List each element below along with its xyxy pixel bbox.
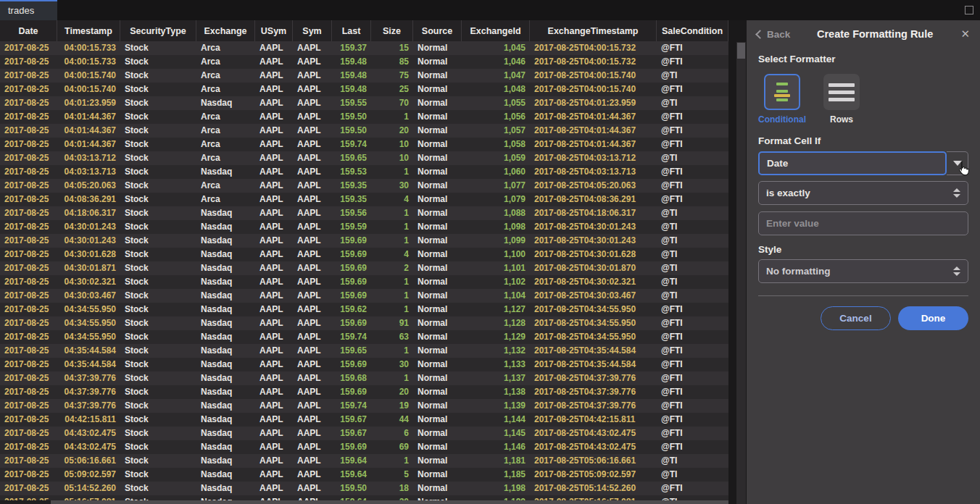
cell-Sym[interactable]: AAPL	[293, 330, 332, 344]
table-row[interactable]: 2017-08-2504:35:44.584StockNasdaqAAPLAAP…	[0, 358, 728, 371]
cell-ExchangeTimestamp[interactable]: 2017-08-25T04:18:06.317	[530, 206, 657, 220]
cell-USym[interactable]: AAPL	[255, 41, 293, 55]
cell-Timestamp[interactable]: 04:30:03.467	[57, 289, 120, 303]
cell-Size[interactable]: 30	[371, 358, 413, 371]
column-header-Exchange[interactable]: Exchange	[196, 20, 255, 41]
cell-Date[interactable]: 2017-08-25	[0, 385, 57, 399]
cell-SecurityType[interactable]: Stock	[120, 344, 196, 358]
cell-Timestamp[interactable]: 04:42:15.811	[57, 413, 120, 427]
cell-SecurityType[interactable]: Stock	[120, 303, 196, 316]
cell-SaleCondition[interactable]: @TI	[657, 289, 728, 303]
cell-Exchange[interactable]: Nasdaq	[196, 275, 255, 289]
cell-SecurityType[interactable]: Stock	[120, 206, 196, 220]
cell-USym[interactable]: AAPL	[255, 261, 293, 275]
cell-SaleCondition[interactable]: @FTI	[657, 358, 728, 371]
condition-select[interactable]: is exactly	[758, 181, 968, 205]
cell-Sym[interactable]: AAPL	[293, 55, 332, 69]
cell-SaleCondition[interactable]: @FTI	[657, 371, 728, 385]
cell-Size[interactable]: 18	[371, 482, 413, 495]
cell-ExchangeTimestamp[interactable]: 2017-08-25T05:09:02.597	[530, 468, 657, 482]
column-header-SecurityType[interactable]: SecurityType	[120, 20, 196, 41]
cell-Date[interactable]: 2017-08-25	[0, 55, 57, 69]
cell-Source[interactable]: Normal	[413, 385, 462, 399]
column-header-ExchangeTimestamp[interactable]: ExchangeTimestamp	[530, 20, 657, 41]
cell-USym[interactable]: AAPL	[255, 385, 293, 399]
table-row[interactable]: 2017-08-2504:34:55.950StockNasdaqAAPLAAP…	[0, 330, 728, 344]
cell-Date[interactable]: 2017-08-25	[0, 69, 57, 83]
cell-Last[interactable]: 159.37	[332, 41, 371, 55]
table-row[interactable]: 2017-08-2504:43:02.475StockNasdaqAAPLAAP…	[0, 427, 728, 440]
back-button[interactable]: Back	[757, 29, 790, 40]
table-row[interactable]: 2017-08-2504:42:15.811StockNasdaqAAPLAAP…	[0, 413, 728, 427]
cell-SecurityType[interactable]: Stock	[120, 110, 196, 124]
cell-Last[interactable]: 159.74	[332, 138, 371, 151]
cell-Source[interactable]: Normal	[413, 55, 462, 69]
cell-SecurityType[interactable]: Stock	[120, 440, 196, 454]
cell-Timestamp[interactable]: 04:00:15.733	[57, 41, 120, 55]
cell-SecurityType[interactable]: Stock	[120, 330, 196, 344]
cell-Timestamp[interactable]: 04:43:02.475	[57, 427, 120, 440]
cell-Source[interactable]: Normal	[413, 193, 462, 206]
cell-SecurityType[interactable]: Stock	[120, 179, 196, 193]
cell-Timestamp[interactable]: 04:34:55.950	[57, 303, 120, 316]
cell-Exchange[interactable]: Nasdaq	[196, 330, 255, 344]
cell-Exchange[interactable]: Arca	[196, 83, 255, 96]
column-header-Source[interactable]: Source	[413, 20, 462, 41]
cell-Source[interactable]: Normal	[413, 316, 462, 330]
cell-ExchangeId[interactable]: 1,132	[462, 344, 530, 358]
cell-Exchange[interactable]: Nasdaq	[196, 248, 255, 261]
cell-Date[interactable]: 2017-08-25	[0, 413, 57, 427]
cell-Size[interactable]: 20	[371, 124, 413, 138]
cell-USym[interactable]: AAPL	[255, 413, 293, 427]
cell-Date[interactable]: 2017-08-25	[0, 275, 57, 289]
cell-Exchange[interactable]: Arca	[196, 55, 255, 69]
cell-Exchange[interactable]: Arca	[196, 124, 255, 138]
cell-Source[interactable]: Normal	[413, 482, 462, 495]
cell-ExchangeId[interactable]: 1,055	[462, 96, 530, 110]
cell-USym[interactable]: AAPL	[255, 165, 293, 179]
cell-USym[interactable]: AAPL	[255, 358, 293, 371]
cell-ExchangeTimestamp[interactable]: 2017-08-25T04:34:55.950	[530, 330, 657, 344]
cell-USym[interactable]: AAPL	[255, 344, 293, 358]
cell-ExchangeTimestamp[interactable]: 2017-08-25T04:37:39.776	[530, 385, 657, 399]
cell-ExchangeTimestamp[interactable]: 2017-08-25T04:37:39.776	[530, 399, 657, 413]
cell-SaleCondition[interactable]: @FTI	[657, 110, 728, 124]
cell-SecurityType[interactable]: Stock	[120, 371, 196, 385]
cell-Source[interactable]: Normal	[413, 83, 462, 96]
cell-Sym[interactable]: AAPL	[293, 371, 332, 385]
cell-Sym[interactable]: AAPL	[293, 358, 332, 371]
cell-SaleCondition[interactable]: @FTI	[657, 179, 728, 193]
cell-Last[interactable]: 159.64	[332, 454, 371, 468]
cell-Date[interactable]: 2017-08-25	[0, 427, 57, 440]
cell-SaleCondition[interactable]: @FTI	[657, 165, 728, 179]
cell-Source[interactable]: Normal	[413, 358, 462, 371]
cell-SecurityType[interactable]: Stock	[120, 55, 196, 69]
table-row[interactable]: 2017-08-2504:37:39.776StockNasdaqAAPLAAP…	[0, 371, 728, 385]
cell-ExchangeId[interactable]: 1,146	[462, 440, 530, 454]
cell-Date[interactable]: 2017-08-25	[0, 124, 57, 138]
cell-Exchange[interactable]: Nasdaq	[196, 165, 255, 179]
cell-Last[interactable]: 159.55	[332, 96, 371, 110]
cell-SaleCondition[interactable]: @TI	[657, 454, 728, 468]
cell-Exchange[interactable]: Arca	[196, 179, 255, 193]
cell-SecurityType[interactable]: Stock	[120, 96, 196, 110]
cell-SecurityType[interactable]: Stock	[120, 482, 196, 495]
cell-SaleCondition[interactable]: @FTI	[657, 316, 728, 330]
cell-ExchangeId[interactable]: 1,056	[462, 110, 530, 124]
value-input[interactable]: Enter value	[758, 211, 968, 235]
cell-USym[interactable]: AAPL	[255, 179, 293, 193]
cell-Exchange[interactable]: Arca	[196, 138, 255, 151]
cell-ExchangeId[interactable]: 1,198	[462, 482, 530, 495]
cell-Date[interactable]: 2017-08-25	[0, 344, 57, 358]
rows-formatter-icon[interactable]	[823, 74, 860, 110]
cell-ExchangeTimestamp[interactable]: 2017-08-25T04:01:23.959	[530, 96, 657, 110]
cell-Sym[interactable]: AAPL	[293, 289, 332, 303]
cell-Date[interactable]: 2017-08-25	[0, 454, 57, 468]
cell-Sym[interactable]: AAPL	[293, 138, 332, 151]
cell-ExchangeId[interactable]: 1,048	[462, 83, 530, 96]
cell-USym[interactable]: AAPL	[255, 440, 293, 454]
table-row[interactable]: 2017-08-2504:34:55.950StockNasdaqAAPLAAP…	[0, 316, 728, 330]
cell-Sym[interactable]: AAPL	[293, 344, 332, 358]
table-row[interactable]: 2017-08-2505:06:16.661StockNasdaqAAPLAAP…	[0, 454, 728, 468]
cell-Sym[interactable]: AAPL	[293, 468, 332, 482]
